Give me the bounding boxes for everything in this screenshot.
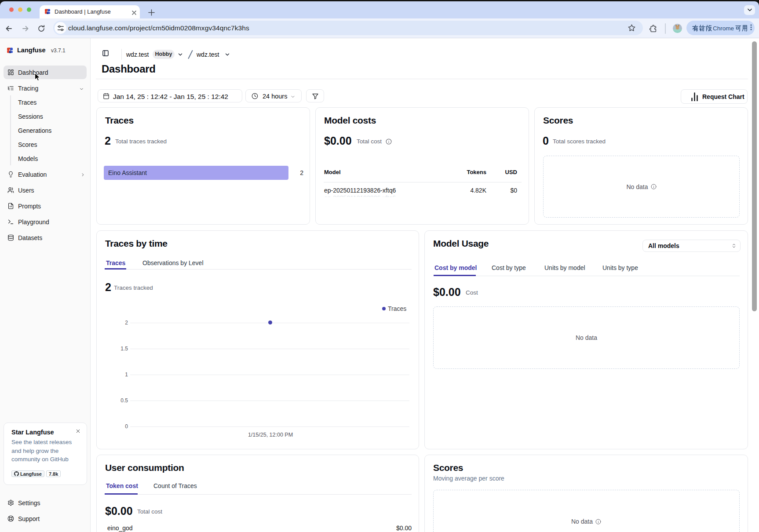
svg-text:Chrome: Chrome xyxy=(713,25,734,32)
